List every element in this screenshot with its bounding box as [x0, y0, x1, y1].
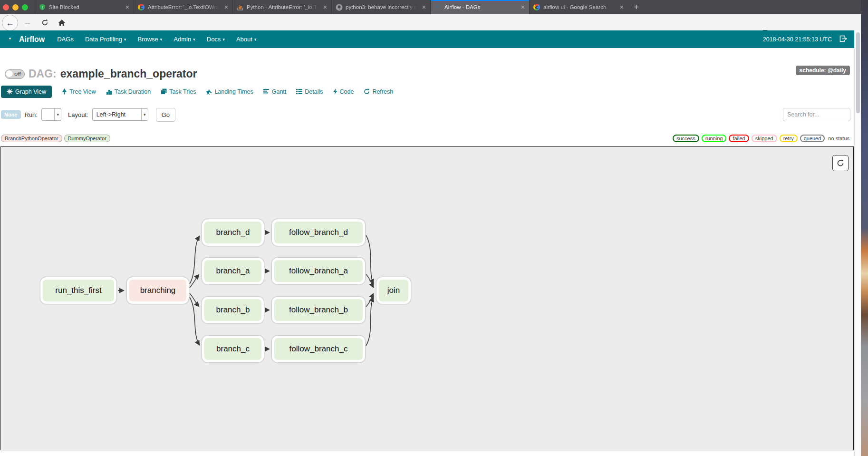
browser-toolbar: ← → localhost:8080/admin/airflow/graph?e… [0, 14, 861, 31]
legend-dummyoperator: DummyOperator [64, 135, 110, 142]
tree-icon [62, 88, 67, 95]
tab-title: airflow ui - Google Search [543, 4, 616, 10]
minimize-window-button[interactable] [12, 4, 19, 10]
screen: f Site Blocked × AttributeError: '_io.Te… [0, 0, 868, 456]
tab-title: python3: behave incorrectly mo [346, 4, 418, 10]
tab-airflow-ui-google-search[interactable]: airflow ui - Google Search × [529, 0, 628, 14]
airflow-brand[interactable]: Airflow [0, 32, 51, 47]
edge-follow_branch_d-join [366, 235, 373, 283]
tab-python-stackoverflow[interactable]: Python - AttributeError: '_io.Te × [232, 0, 331, 14]
dag-node-run_this_first[interactable]: run_this_first [40, 277, 116, 304]
stackoverflow-favicon-icon [236, 3, 244, 11]
tab-attributeerror-google[interactable]: AttributeError: '_io.TextIOWrapp × [134, 0, 232, 14]
tab-task-duration[interactable]: Task Duration [106, 88, 151, 95]
nav-item-data-profiling[interactable]: Data Profiling▾ [79, 36, 132, 43]
nav-item-browse[interactable]: Browse▾ [132, 36, 168, 43]
new-tab-button[interactable]: + [628, 0, 645, 14]
graph-controls: None Run: ▾ Layout: Left->Right ▾ Go [1, 107, 175, 122]
back-button[interactable]: ← [2, 15, 18, 31]
window-controls [0, 0, 35, 14]
close-icon[interactable]: × [223, 4, 229, 10]
nav-item-dags[interactable]: DAGs [51, 36, 79, 43]
dagrun-state-badge: None [1, 110, 21, 119]
fan-icon [7, 88, 13, 95]
chevron-down-icon: ▾ [124, 37, 126, 42]
status-no-status: no status [827, 136, 850, 141]
tab-airflow-dags-active[interactable]: Airflow - DAGs × [430, 0, 529, 14]
dag-pause-toggle[interactable]: Off [5, 69, 25, 79]
shield-favicon-icon: f [39, 3, 46, 11]
chevron-down-icon: ▾ [254, 37, 257, 42]
dag-node-branch_d[interactable]: branch_d [202, 219, 264, 246]
close-icon[interactable]: × [421, 4, 427, 10]
legend-branchpythonoperator: BranchPythonOperator [1, 135, 62, 142]
status-running: running [702, 135, 727, 142]
bolt-icon [333, 88, 338, 95]
view-tabs: Graph View Tree View Task Duration Task … [1, 85, 393, 98]
page-scrollbar[interactable] [854, 30, 861, 456]
close-icon[interactable]: × [520, 4, 526, 10]
dag-node-branch_b[interactable]: branch_b [202, 297, 264, 323]
dag-node-follow_branch_a[interactable]: follow_branch_a [272, 258, 365, 284]
layout-select[interactable]: Left->Right ▾ [92, 108, 148, 121]
edge-follow_branch_c-join [366, 298, 373, 346]
chevron-down-icon: ▾ [160, 37, 163, 42]
status-queued: queued [800, 135, 825, 142]
dag-node-join[interactable]: join [376, 277, 411, 304]
airflow-favicon-icon [434, 3, 442, 11]
google-favicon-icon [533, 3, 540, 11]
tab-label: Code [340, 88, 354, 95]
plane-icon [206, 88, 212, 95]
nav-item-admin[interactable]: Admin▾ [168, 36, 201, 43]
nav-item-about[interactable]: About▾ [231, 36, 262, 43]
tab-graph-view[interactable]: Graph View [1, 86, 52, 98]
close-icon[interactable]: × [619, 4, 625, 10]
tab-python3-github[interactable]: python3: behave incorrectly mo × [331, 0, 430, 14]
browser-tab-bar: f Site Blocked × AttributeError: '_io.Te… [0, 0, 861, 14]
dag-node-follow_branch_c[interactable]: follow_branch_c [272, 336, 365, 362]
maximize-window-button[interactable] [22, 4, 28, 10]
close-icon[interactable]: × [322, 4, 328, 10]
dag-node-branch_c[interactable]: branch_c [202, 336, 264, 362]
tab-label: Graph View [15, 88, 46, 95]
reload-button[interactable] [38, 16, 51, 29]
scrollbar-thumb[interactable] [856, 32, 860, 113]
tab-refresh[interactable]: Refresh [364, 88, 393, 95]
airflow-logo-icon [4, 32, 16, 47]
dag-node-branching[interactable]: branching [127, 277, 189, 304]
tab-details[interactable]: Details [296, 88, 323, 95]
close-window-button[interactable] [3, 4, 9, 10]
edge-branching-branch_c [190, 297, 199, 345]
tab-code[interactable]: Code [333, 88, 354, 95]
status-retry: retry [780, 135, 798, 142]
close-icon[interactable]: × [125, 4, 130, 10]
dag-node-follow_branch_b[interactable]: follow_branch_b [272, 297, 365, 323]
toggle-label: Off [14, 71, 21, 77]
tab-site-blocked[interactable]: f Site Blocked × [35, 0, 134, 14]
refresh-icon [364, 88, 370, 95]
graph-refresh-button[interactable] [832, 155, 849, 171]
logout-icon[interactable] [839, 35, 848, 44]
forward-button[interactable]: → [21, 16, 34, 29]
page-title: example_branch_operator [60, 68, 197, 80]
tab-gantt[interactable]: Gantt [263, 88, 287, 95]
tab-tree-view[interactable]: Tree View [62, 88, 96, 95]
chevron-down-icon: ▾ [141, 109, 148, 120]
task-search-input[interactable]: Search for... [783, 108, 850, 121]
tab-landing-times[interactable]: Landing Times [206, 88, 253, 95]
dag-node-follow_branch_d[interactable]: follow_branch_d [272, 219, 365, 246]
run-select[interactable]: ▾ [41, 108, 61, 121]
google-favicon-icon [137, 3, 145, 11]
dag-node-branch_a[interactable]: branch_a [202, 258, 264, 284]
tab-task-tries[interactable]: Task Tries [161, 88, 196, 95]
go-button[interactable]: Go [156, 108, 175, 122]
nav-item-docs[interactable]: Docs▾ [201, 36, 231, 43]
status-failed: failed [729, 135, 749, 142]
tab-label: Tree View [69, 88, 96, 95]
tab-title: Airflow - DAGs [444, 4, 517, 10]
dag-graph-canvas[interactable]: run_this_first branching branch_d branch… [0, 146, 854, 450]
tab-label: Task Tries [169, 88, 196, 95]
home-button[interactable] [55, 16, 68, 29]
run-label: Run: [25, 111, 38, 118]
tab-title: Site Blocked [49, 4, 122, 10]
